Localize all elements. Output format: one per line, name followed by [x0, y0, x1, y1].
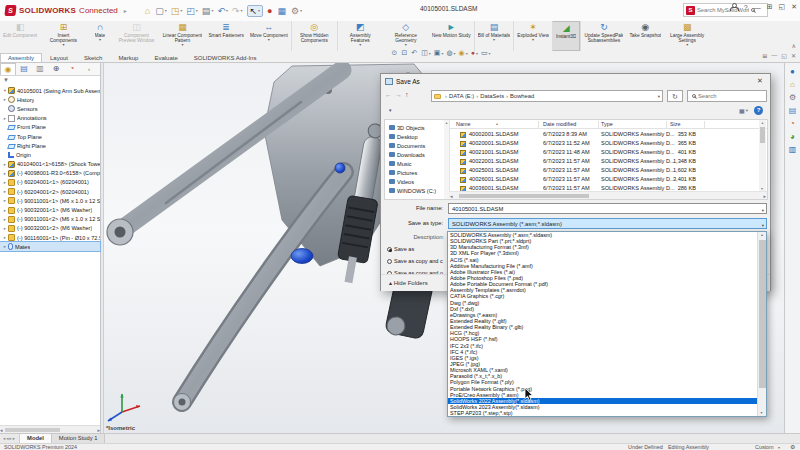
- panel-tab[interactable]: ◉: [0, 63, 16, 75]
- feature-tree-item[interactable]: ▸ (-) 90032001<2> (M6 Washer): [0, 224, 100, 233]
- restore-button[interactable]: ◱: [779, 3, 786, 11]
- scrollbar-thumb[interactable]: [459, 194, 589, 198]
- view-tool-button[interactable]: ↶: [411, 49, 418, 57]
- view-tool-button[interactable]: ◉ ▾: [459, 49, 468, 57]
- user-account-icon[interactable]: [730, 3, 738, 11]
- save-as-copy-continue-radio[interactable]: Save as copy and c: [387, 258, 447, 264]
- ribbon-button[interactable]: ◢ Instant3D: [552, 21, 581, 51]
- save-as-type-combo[interactable]: SOLIDWORKS Assembly (*.asm;*.sldasm) ▾: [448, 218, 767, 229]
- sidebar-place-item[interactable]: Desktop: [386, 132, 443, 141]
- feature-tree-item[interactable]: Sensors: [0, 104, 100, 113]
- quick-access-icon[interactable]: ◳ ▾: [171, 6, 183, 16]
- view-tool-button[interactable]: ▭ ▾: [481, 49, 491, 57]
- quick-access-icon[interactable]: ↷ ▾: [232, 6, 243, 16]
- task-pane-tab-icon[interactable]: ⌂: [790, 78, 795, 91]
- feature-tree-item[interactable]: ▸ Mates: [0, 242, 100, 251]
- ribbon-button[interactable]: ◉ Take Snapshot: [626, 21, 664, 51]
- dropdown-scrollbar[interactable]: ▴▾: [757, 232, 766, 416]
- file-row[interactable]: 40020001.SLDASM 6/7/2023 11:52 AM SOLIDW…: [450, 139, 758, 148]
- sidebar-place-item[interactable]: Music: [386, 159, 443, 168]
- breadcrumb-segment[interactable]: Bowhead: [510, 93, 534, 99]
- ribbon-button[interactable]: ↻ Update SpeedPak Subassemblies: [580, 21, 626, 51]
- quick-access-icon[interactable]: ▢ ▾: [155, 6, 167, 16]
- feature-tree-item[interactable]: ▸ (-) 90011001<1> (M6 x 1.0 x 12 SKT C..…: [0, 196, 100, 205]
- dialog-close-button[interactable]: ✕: [750, 74, 770, 88]
- scroll-left-icon[interactable]: ◂: [450, 193, 453, 199]
- column-date[interactable]: Date modified: [543, 121, 576, 127]
- combo-caret-icon[interactable]: ▾: [762, 206, 764, 214]
- view-tool-button[interactable]: ◫ ▾: [421, 49, 431, 57]
- quick-access-icon[interactable]: ▦: [278, 6, 288, 16]
- ribbon-button[interactable]: ◎ Show Hidden Components: [291, 21, 337, 51]
- ribbon-tab[interactable]: Evaluate: [146, 53, 185, 62]
- tree-filter-row[interactable]: ▼: [0, 76, 100, 85]
- scroll-right-icon[interactable]: ▸: [97, 427, 100, 433]
- quick-access-icon[interactable]: ●: [267, 6, 273, 16]
- hide-folders-button[interactable]: ▴ Hide Folders: [389, 279, 428, 286]
- status-gear-icon[interactable]: ⚙: [790, 444, 795, 450]
- scrollbar-thumb[interactable]: [760, 127, 765, 143]
- ribbon-button[interactable]: ▤ Bill of Materials ▾: [474, 21, 514, 51]
- quick-access-icon[interactable]: ↖ ▾: [247, 5, 264, 17]
- file-row[interactable]: 40026001.SLDASM 6/7/2023 11:57 AM SOLIDW…: [450, 175, 758, 184]
- panel-tab[interactable]: ▤: [16, 63, 32, 75]
- feature-tree-item[interactable]: ▸ (-) 90116001<1> (Pin - Ø10 x 72.5mm ..…: [0, 233, 100, 242]
- quick-access-icon[interactable]: ↶ ▾: [217, 6, 228, 16]
- combo-caret-icon[interactable]: ▾: [762, 221, 764, 229]
- feature-tree-item[interactable]: ▾ 40105001 (Swing Arm Sub Assembly): [0, 86, 100, 95]
- close-button[interactable]: ✕: [791, 3, 797, 11]
- panel-tab[interactable]: ◔: [64, 63, 80, 75]
- feature-tree-item[interactable]: Right Plane: [0, 141, 100, 150]
- view-tool-button[interactable]: ▣ ▾: [434, 49, 444, 57]
- doc-grid-icon[interactable]: ⊞: [762, 52, 767, 59]
- task-pane-tab-icon[interactable]: ◔: [790, 117, 795, 130]
- sidebar-place-item[interactable]: 3D Objects: [386, 123, 443, 132]
- feature-tree-item[interactable]: ▸ (-) 40098001-R3.0<6158> (Complete...: [0, 169, 100, 178]
- organize-dropdown-icon[interactable]: ▾: [389, 107, 392, 113]
- ribbon-button[interactable]: ↔ Move Component ▾: [247, 21, 291, 51]
- view-tool-button[interactable]: ● ▾: [471, 49, 478, 57]
- sidebar-place-item[interactable]: Documents: [386, 141, 443, 150]
- view-mode-button[interactable]: ▦ ▾: [739, 107, 748, 114]
- column-size[interactable]: Size: [670, 121, 681, 127]
- quick-access-icon[interactable]: ⚙ ▾: [291, 6, 302, 16]
- filter-funnel-icon[interactable]: ▼: [3, 77, 9, 83]
- file-list-vertical-scrollbar[interactable]: ▴▾: [759, 120, 766, 191]
- sidebar-place-item[interactable]: Videos: [386, 177, 443, 186]
- feature-tree-item[interactable]: ▸ Annotations: [0, 114, 100, 123]
- panel-tab[interactable]: ▥: [32, 63, 48, 75]
- address-dropdown-caret-icon[interactable]: ▾: [658, 94, 660, 99]
- doc-restore-icon[interactable]: ◱: [781, 52, 787, 59]
- scrollbar-thumb[interactable]: [5, 428, 60, 432]
- view-tool-button[interactable]: ⊡: [401, 49, 408, 57]
- task-pane-tab-icon[interactable]: ◕: [790, 130, 795, 143]
- ribbon-button[interactable]: ◧ Edit Component: [0, 21, 40, 51]
- feature-tree-item[interactable]: Front Plane: [0, 123, 100, 132]
- ribbon-button[interactable]: ▩ Large Assembly Settings ▾: [664, 21, 710, 51]
- task-pane-tab-icon[interactable]: ▤: [789, 104, 797, 117]
- help-icon[interactable]: ?: [744, 4, 748, 11]
- scrollbar-thumb[interactable]: [759, 240, 766, 388]
- address-breadcrumb-bar[interactable]: › DATA (E:) › DataSets › Bowhead ▾: [431, 90, 663, 102]
- doc-minimize-icon[interactable]: —: [771, 52, 777, 59]
- file-row[interactable]: 40021001.SLDASM 6/7/2023 11:48 AM SOLIDW…: [450, 148, 758, 157]
- view-tool-button[interactable]: ⊙: [392, 49, 399, 57]
- column-name[interactable]: Name: [456, 121, 470, 127]
- quick-access-icon[interactable]: ⌂: [145, 6, 151, 16]
- sidebar-place-item[interactable]: Downloads: [386, 150, 443, 159]
- feature-tree-item[interactable]: ▸ 40104001<1>6158> (Shock Tower Asse...: [0, 160, 100, 169]
- breadcrumb-segment[interactable]: DataSets: [480, 93, 504, 99]
- file-type-option[interactable]: STEP AP203 (*.step;*.stp): [448, 410, 757, 416]
- minimize-button[interactable]: —: [754, 4, 761, 11]
- dialog-title-bar[interactable]: Save As: [381, 74, 770, 88]
- status-units-custom[interactable]: Custom: [755, 444, 774, 450]
- ribbon-tab[interactable]: Assembly: [0, 53, 42, 62]
- tree-horizontal-scrollbar[interactable]: ◂ ▸: [0, 425, 100, 433]
- file-row[interactable]: 40025001.SLDASM 6/7/2023 11:57 AM SOLIDW…: [450, 166, 758, 175]
- feature-tree-item[interactable]: ▸ (-) 90011001<2> (M6 x 1.0 x 12 SKT C..…: [0, 215, 100, 224]
- ribbon-tab[interactable]: Sketch: [76, 53, 110, 62]
- column-type[interactable]: Type: [601, 121, 613, 127]
- ribbon-collapse-icon[interactable]: ∧: [792, 42, 796, 49]
- file-row[interactable]: 40022001.SLDASM 6/7/2023 11:57 AM SOLIDW…: [450, 157, 758, 166]
- ribbon-button[interactable]: ≣ Smart Fasteners: [205, 21, 246, 51]
